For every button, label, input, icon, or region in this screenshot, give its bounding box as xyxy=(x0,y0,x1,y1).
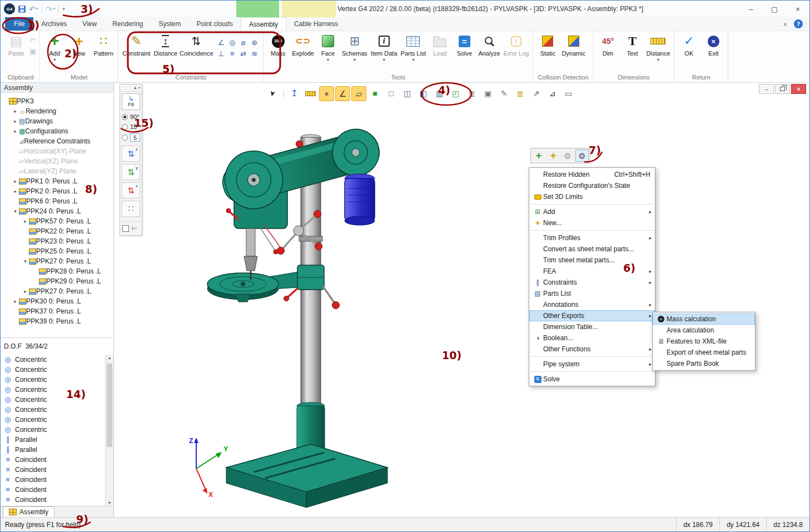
tree-expander-icon[interactable]: ▸ xyxy=(12,118,19,124)
tangent-constraint-button[interactable]: ⌀ xyxy=(238,37,249,48)
tree-expander-icon[interactable]: ▸ xyxy=(12,178,19,184)
new-button[interactable]: +New xyxy=(67,32,91,68)
angle-step-input[interactable]: 5 xyxy=(130,133,140,142)
tree-expander-icon[interactable]: ▸ xyxy=(22,289,29,294)
maximize-button[interactable]: ▢ xyxy=(763,1,786,17)
dim-button[interactable]: 45°Dim xyxy=(596,32,620,68)
menu-item-convert-as-sheet-metal-parts[interactable]: Convert as sheet metal parts... xyxy=(529,243,655,255)
move-x-button[interactable]: ⇅x xyxy=(122,182,140,198)
f8-snap-button[interactable]: ↳ F8 xyxy=(122,93,140,110)
menu-item-constraints[interactable]: ∥Constraints▸ xyxy=(529,277,655,288)
dof-item-concentric[interactable]: ◎Concentric xyxy=(1,385,105,395)
exit-button[interactable]: ×Exit xyxy=(701,32,725,68)
document-minimize-button[interactable]: – xyxy=(759,84,774,94)
constraint-button[interactable]: ✎Constraint xyxy=(121,32,152,68)
snap-edge-icon[interactable]: ∠ xyxy=(335,86,350,101)
angle-custom-option[interactable]: 5 xyxy=(120,132,142,143)
menu-item-restore-hidden[interactable]: Restore HiddenCtrl+Shift+H xyxy=(529,169,655,180)
angle-90-option[interactable]: 90° xyxy=(120,112,142,122)
tree-item-ppk23-0-perus-l[interactable]: PPK23 0: Perus .L xyxy=(1,236,113,246)
tree-item-ppk29-0-perus-l[interactable]: PPK29 0: Perus .L xyxy=(1,276,113,286)
tree-item-ppk6-0-perus-l[interactable]: PPK6 0: Perus .L xyxy=(1,196,113,206)
tab-archives[interactable]: Archives xyxy=(33,17,74,31)
add-button[interactable]: +Add▾ xyxy=(42,32,67,68)
menu-item-trim-sheet-metal-parts[interactable]: Trim sheet metal parts... xyxy=(529,255,655,266)
tree-item-ppk57-0-perus-l[interactable]: ▸PPK57 0: Perus .L xyxy=(1,216,113,226)
tree-item-lateral-yz-plane[interactable]: ▱Lateral(YZ) Plane xyxy=(1,166,113,176)
viewport-3d[interactable]: Z Y X ➤|↥⌖∠▱■□◫◧▥◰≣▣✎≣⇗⊿▭ – × ▴ × ↳ F8 9… xyxy=(114,83,809,517)
tree-expander-icon[interactable]: ▾ xyxy=(22,258,29,264)
add-mini-button[interactable]: + xyxy=(532,150,545,162)
gear-button[interactable]: ⚙ xyxy=(575,150,589,162)
explode-button[interactable]: ⊂⊃Explode xyxy=(290,32,316,68)
menu-item-solve[interactable]: =Solve xyxy=(529,374,655,385)
sheet-set-icon[interactable]: ≣ xyxy=(513,86,528,101)
mass-button[interactable]: 10.0Mass xyxy=(266,32,290,68)
face-button[interactable]: Face▾ xyxy=(316,32,340,68)
insert-model-icon[interactable]: ◰ xyxy=(448,86,463,101)
menu-item-parts-list[interactable]: ▤Parts List xyxy=(529,288,655,299)
tree-expander-icon[interactable]: ▸ xyxy=(12,108,19,114)
tree-item-configurations[interactable]: ▸▦Configurations xyxy=(1,126,113,136)
perpendicular-constraint-button[interactable]: ⊥ xyxy=(216,48,226,59)
menu-item-add[interactable]: ⊞Add▸ xyxy=(529,206,655,217)
redo-button[interactable]: ↷▾ xyxy=(46,5,55,13)
dof-item-parallel[interactable]: ∥Parallel xyxy=(1,445,105,455)
cut-button[interactable]: ✂ xyxy=(29,36,36,43)
concentric-constraint-button[interactable]: ◎ xyxy=(227,37,237,48)
analyze-button[interactable]: Analyze xyxy=(476,32,501,68)
tab-assembly[interactable]: Assembly xyxy=(241,17,286,31)
copy-icon[interactable]: ▣ xyxy=(480,86,495,101)
app-logo-icon[interactable]: G4 xyxy=(4,3,15,14)
tree-item-ppk22-0-perus-l[interactable]: PPK22 0: Perus .L xyxy=(1,226,113,236)
menu-item-new[interactable]: +New... xyxy=(529,217,655,228)
menu-item-annotations[interactable]: Annotations▸ xyxy=(529,299,655,310)
symmetric-constraint-button[interactable]: ⇄ xyxy=(238,48,249,59)
solve-button[interactable]: =Solve xyxy=(452,32,476,68)
menu-item-restore-configuration-s-state[interactable]: Restore Configuration's State xyxy=(529,180,655,191)
menu-item-boolean[interactable]: ◑Boolean... xyxy=(529,332,655,344)
qat-customize-button[interactable]: ▾ xyxy=(62,6,65,12)
section-box-icon[interactable]: ▥ xyxy=(432,86,447,101)
panel-collapse-icon[interactable]: ▴ xyxy=(134,85,136,91)
tab-cable-harness[interactable]: Cable Harness xyxy=(286,17,346,31)
dof-item-coincident[interactable]: ≡Coincident xyxy=(1,465,105,475)
tree-item-ppk24-0-perus-l[interactable]: ▾PPK24 0: Perus .L xyxy=(1,206,113,216)
new-component-icon[interactable]: □ xyxy=(384,86,399,101)
tab-view[interactable]: View xyxy=(74,17,105,31)
scrollbar-thumb[interactable] xyxy=(107,364,112,447)
text-button[interactable]: TText xyxy=(620,32,645,68)
tree-item-ppk37-0-perus-l[interactable]: PPK37 0: Perus .L xyxy=(1,306,113,316)
menu-item-pipe-system[interactable]: Pipe system▸ xyxy=(529,359,655,370)
item-data-button[interactable]: iItem Data▾ xyxy=(369,32,399,68)
dof-item-concentric[interactable]: ◎Concentric xyxy=(1,375,105,385)
static-button[interactable]: Static xyxy=(535,32,560,68)
undo-button[interactable]: ↶▾ xyxy=(29,5,38,13)
menu-item-area-calculation[interactable]: Area calculation xyxy=(653,325,755,336)
copy-doc-button[interactable]: ▣ xyxy=(29,48,36,55)
menu-item-fea[interactable]: FEA▸ xyxy=(529,266,655,277)
notes-icon[interactable]: ≣ xyxy=(464,86,479,101)
menu-item-other-exports[interactable]: Other Exports▸ xyxy=(529,310,655,321)
document-restore-button[interactable] xyxy=(775,84,790,94)
move-component-icon[interactable]: ↥ xyxy=(287,86,302,101)
dof-item-concentric[interactable]: ◎Concentric xyxy=(1,365,105,375)
coincidence-button[interactable]: ⇅Coincidence xyxy=(179,32,213,68)
tree-expander-icon[interactable]: ▸ xyxy=(12,188,19,194)
close-button[interactable]: × xyxy=(786,1,809,17)
distance-button[interactable]: ↕Distance xyxy=(152,32,179,68)
option-checkbox[interactable] xyxy=(122,225,129,232)
fix-constraint-button[interactable]: ⊛ xyxy=(249,37,260,48)
document-close-button[interactable]: × xyxy=(791,84,806,94)
tree-item-ppk3[interactable]: PPK3 xyxy=(1,96,113,106)
help-button[interactable]: ? xyxy=(794,19,803,28)
component-face-icon[interactable]: ◧ xyxy=(416,86,431,101)
dof-item-concentric[interactable]: ◎Concentric xyxy=(1,415,105,425)
smooth-constraint-button[interactable]: ≋ xyxy=(249,48,260,59)
parallel-constraint-button[interactable]: ≡ xyxy=(227,48,237,59)
pattern-move-button[interactable]: ∷ xyxy=(122,201,140,217)
pattern-button[interactable]: ∷Pattern xyxy=(91,32,116,68)
tree-item-ppk1-0-perus-l[interactable]: ▸PPK1 0: Perus .L xyxy=(1,176,113,186)
ribbon-collapse-icon[interactable]: ∧ xyxy=(783,21,787,27)
snap-vertex-icon[interactable]: ⌖ xyxy=(319,86,334,101)
